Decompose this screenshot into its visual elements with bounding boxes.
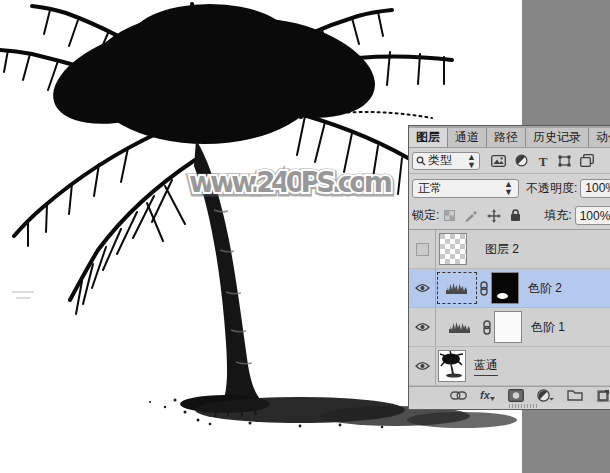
layer-thumbnail-palm[interactable] xyxy=(438,350,466,382)
updown-arrows-icon: ▲▼ xyxy=(467,153,476,169)
visibility-toggle[interactable] xyxy=(409,347,436,385)
new-layer-icon[interactable] xyxy=(596,389,610,402)
lock-pixels-brush-icon[interactable] xyxy=(464,210,478,222)
visibility-toggle[interactable] xyxy=(409,230,436,268)
eye-icon xyxy=(415,361,430,371)
tab-history[interactable]: 历史记录 xyxy=(526,128,589,147)
panel-resize-grip[interactable] xyxy=(409,403,610,409)
layer-row-sejie1[interactable]: 色阶 1 xyxy=(409,308,610,347)
panel-bottom-bar: fx xyxy=(409,386,610,403)
link-layers-icon[interactable] xyxy=(450,391,467,400)
levels-adjustment-thumbnail-selected[interactable] xyxy=(437,272,477,304)
panel-tab-bar: 图层 通道 路径 历史记录 动作 xyxy=(409,126,610,148)
layer-style-fx-icon[interactable]: fx xyxy=(480,390,495,401)
visibility-toggle[interactable] xyxy=(409,308,436,346)
filter-shape-layers-icon[interactable] xyxy=(558,155,571,167)
filter-kind-label: 类型 xyxy=(428,152,467,169)
fill-label: 填充: xyxy=(544,207,571,224)
lock-label: 锁定: xyxy=(412,207,439,224)
layer-thumbnail-transparent[interactable] xyxy=(439,233,467,265)
filter-adjustment-layers-icon[interactable] xyxy=(515,154,528,167)
opacity-value: 100% xyxy=(585,181,610,195)
levels-histogram-icon xyxy=(445,281,469,295)
eye-hidden-checkbox[interactable] xyxy=(416,243,429,256)
blend-mode-select[interactable]: 正常 ▲▼ xyxy=(412,179,519,198)
fill-value: 100% xyxy=(580,209,610,223)
fill-field[interactable]: 100% xyxy=(575,206,610,225)
levels-adjustment-thumbnail[interactable] xyxy=(440,311,480,343)
fx-label: fx xyxy=(480,390,490,401)
svg-text:T: T xyxy=(539,155,548,167)
layer-filter-row: 类型 ▲▼ T xyxy=(409,148,610,174)
tab-paths[interactable]: 路径 xyxy=(487,128,526,147)
updown-arrows-icon: ▲▼ xyxy=(504,180,513,196)
visibility-toggle[interactable] xyxy=(409,269,436,307)
mask-link-icon[interactable] xyxy=(480,281,488,296)
palm-thumbnail-image xyxy=(439,351,465,381)
lock-row: 锁定: 填充: 100% xyxy=(409,202,610,230)
levels-histogram-icon xyxy=(448,320,472,334)
watermark: www.240PS.com www.240PS.com xyxy=(176,162,406,208)
layer-name[interactable]: 色阶 2 xyxy=(528,280,562,297)
tab-layers[interactable]: 图层 xyxy=(409,128,448,147)
layer-row-lantong[interactable]: 蓝通 xyxy=(409,347,610,386)
filter-smart-objects-icon[interactable] xyxy=(580,154,594,167)
lock-all-icon[interactable] xyxy=(510,209,521,222)
opacity-label: 不透明度: xyxy=(526,180,577,197)
mask-white-area xyxy=(497,293,508,299)
layer-name[interactable]: 图层 2 xyxy=(485,241,519,258)
tab-actions[interactable]: 动作 xyxy=(589,128,610,147)
eye-icon xyxy=(415,283,430,293)
opacity-field[interactable]: 100% xyxy=(580,179,610,198)
layer-row-tuceng2[interactable]: 图层 2 xyxy=(409,230,610,269)
grip-dots-icon xyxy=(509,404,537,408)
blend-mode-value: 正常 xyxy=(418,180,504,197)
search-icon xyxy=(416,156,426,166)
blend-mode-row: 正常 ▲▼ 不透明度: 100% xyxy=(409,174,610,202)
tab-channels[interactable]: 通道 xyxy=(448,128,487,147)
layer-name[interactable]: 蓝通 xyxy=(474,357,498,376)
new-group-folder-icon[interactable] xyxy=(567,389,583,401)
layer-row-sejie2[interactable]: 色阶 2 xyxy=(409,269,610,308)
add-layer-mask-icon[interactable] xyxy=(508,389,524,402)
layer-mask-thumbnail-white[interactable] xyxy=(494,311,522,343)
filter-kind-select[interactable]: 类型 ▲▼ xyxy=(412,152,480,170)
layers-panel: 图层 通道 路径 历史记录 动作 类型 ▲▼ T xyxy=(408,125,610,410)
watermark-text: www.240PS.com xyxy=(189,166,393,199)
lock-transparency-icon[interactable] xyxy=(444,210,455,221)
layer-list: 图层 2 xyxy=(409,230,610,386)
lock-position-move-icon[interactable] xyxy=(487,209,501,223)
layer-mask-thumbnail-black[interactable] xyxy=(491,272,519,304)
new-adjustment-layer-icon[interactable] xyxy=(537,389,554,402)
mask-link-icon[interactable] xyxy=(483,320,491,335)
filter-pixel-layers-icon[interactable] xyxy=(491,155,506,167)
layer-name[interactable]: 色阶 1 xyxy=(531,319,565,336)
filter-type-layers-icon[interactable]: T xyxy=(537,155,549,167)
eye-icon xyxy=(415,322,430,332)
fx-dropdown-arrow-icon xyxy=(490,397,495,401)
